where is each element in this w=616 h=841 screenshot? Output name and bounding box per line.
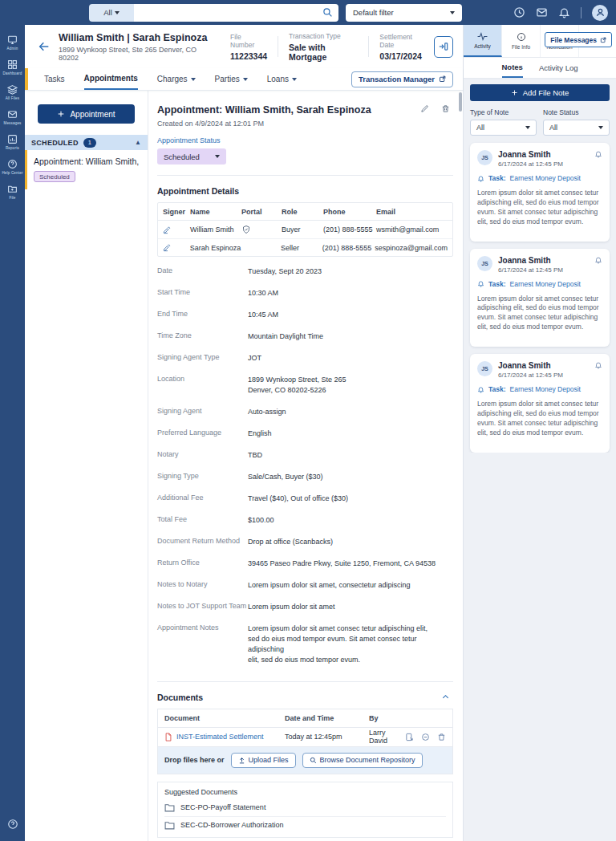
field-row: Signing TypeSale/Cash, Buyer ($30) [157,465,453,487]
mail-icon[interactable] [536,6,548,18]
sidebar-item-reports[interactable]: Reports [6,134,19,150]
notifications-bell-icon[interactable] [558,6,570,18]
field-value: Lorem ipsum dolor sit amet, consectetur … [248,580,411,591]
tab-activity[interactable]: Activity [464,25,502,57]
field-value: 11223344 [230,51,267,61]
note-status-dropdown[interactable]: All [543,120,610,136]
sidebar-item-file[interactable]: File [7,184,18,200]
external-link-icon [439,75,446,83]
subtab-notes[interactable]: Notes [502,58,523,78]
scrollbar-thumb[interactable] [459,92,462,112]
avatar: JS [477,361,492,376]
sidebar-item-label: Messages [3,121,21,125]
tab-label: Activity [474,43,491,49]
suggested-documents: Suggested Documents SEC-PO-Payoff Statem… [157,782,453,838]
search-icon[interactable] [322,7,333,18]
task-bell-icon [477,280,484,287]
help-icon[interactable] [7,819,18,830]
column-header: Role [282,208,323,216]
note-body: Lorem ipsum dolor sit amet consec tetur … [477,295,602,333]
sidebar-item-all-files[interactable]: All Files [6,84,20,100]
signer-role: Seller [281,244,322,252]
document-datetime: Today at 12:45pm [285,733,369,741]
note-task-link[interactable]: Task: Earnest Money Deposit [477,280,602,288]
signature-pen-icon[interactable] [163,243,190,252]
scheduled-group-header[interactable]: SCHEDULED 1 ▲ [25,135,148,150]
type-of-note-dropdown[interactable]: All [470,120,537,136]
delete-trash-icon[interactable] [437,733,446,741]
sidebar-item-messages[interactable]: Messages [3,109,21,125]
tab-appointments[interactable]: Appointments [84,68,138,90]
appointment-list-item[interactable]: Appointment: William Smith, Sar... Sched… [25,150,148,189]
tab-label: Appointments [84,74,138,83]
tab-parties[interactable]: Parties [215,68,248,90]
tab-file-info[interactable]: File Info [502,25,541,57]
collapse-panel-button[interactable] [434,36,453,58]
chevron-down-icon [191,78,196,81]
tab-tasks[interactable]: Tasks [44,68,65,90]
delete-trash-icon[interactable] [441,104,450,113]
document-preview-icon[interactable] [405,733,414,741]
document-link[interactable]: INST-Estimated Settlement [176,733,264,741]
global-search: All [89,4,338,22]
chevron-up-icon[interactable] [441,693,453,701]
button-label: Upload Files [249,756,289,764]
transaction-manager-button[interactable]: Transaction Manager [351,71,453,87]
note-timestamp: 6/17/2024 at 12:45 PM [498,266,563,274]
tab-loans[interactable]: Loans [267,68,297,90]
reminder-bell-icon[interactable] [594,256,602,264]
divider [157,681,453,682]
file-number-field: File Number 11223344 [230,33,278,61]
question-circle-icon [7,159,18,169]
back-arrow-icon[interactable] [38,40,51,53]
field-value: Sale/Cash, Buyer ($30) [248,472,323,482]
search-scope-dropdown[interactable]: All [89,4,134,22]
button-label: Appointment [70,110,115,119]
field-row: Time ZoneMountain Daylight Time [157,325,453,347]
tab-charges[interactable]: Charges [157,68,196,90]
file-dropzone[interactable]: Drop files here or Upload Files Browse D… [158,746,452,774]
reminder-bell-icon[interactable] [594,361,602,369]
sidebar-item-label: Reports [6,146,19,150]
dropdown-value: All [476,124,484,132]
edit-pencil-icon[interactable] [420,104,429,113]
note-task-link[interactable]: Task: Earnest Money Deposit [477,174,602,182]
shield-check-icon [241,225,282,234]
suggested-document-item[interactable]: SEC-PO-Payoff Statement [164,799,446,816]
upload-files-button[interactable]: Upload Files [231,753,296,768]
remove-circle-icon[interactable] [421,733,430,741]
search-input[interactable] [134,4,338,22]
history-icon[interactable] [513,6,525,18]
field-value: Lorem ipsum dolor sit amet consec tetur … [248,624,453,665]
sidebar-item-dashboard[interactable]: Dashboard [3,59,22,75]
user-avatar[interactable] [592,5,608,21]
field-label: Settlement Date [379,33,424,49]
dropzone-text: Drop files here or [164,756,225,764]
field-row: Signing AgentAuto-assign [157,400,453,422]
add-appointment-button[interactable]: Appointment [38,104,135,124]
field-label: Document Return Method [157,537,248,547]
column-header: Phone [323,208,376,216]
filter-dropdown[interactable]: Default filter [346,4,462,22]
add-file-note-button[interactable]: Add File Note [470,84,610,101]
signer-phone: (201) 888-5555 [322,244,375,252]
column-header: Signer [163,208,190,216]
column-header: Name [190,208,241,216]
sidebar-item-admin[interactable]: Admin [7,35,18,51]
signer-role: Buyer [282,225,323,234]
suggested-document-item[interactable]: SEC-CD-Borrower Authorization [164,816,446,834]
chevron-down-icon [598,126,603,129]
signature-pen-icon[interactable] [163,225,190,234]
note-timestamp: 6/17/2024 at 12:45 PM [498,160,563,168]
browse-repository-button[interactable]: Browse Document Repository [302,753,423,768]
note-task-link[interactable]: Task: Earnest Money Deposit [477,385,602,393]
reminder-bell-icon[interactable] [594,150,602,158]
suggested-document-name: SEC-PO-Payoff Statement [180,803,265,811]
signer-phone: (201) 888-5555 [323,225,376,234]
signer-email: wsmith@gmail.com [376,225,448,234]
appointment-status-dropdown[interactable]: Scheduled [157,148,226,165]
chevron-down-icon [450,11,455,14]
file-messages-button[interactable]: File Messages [545,32,612,47]
subtab-activity-log[interactable]: Activity Log [539,58,578,78]
sidebar-item-help-center[interactable]: Help Center [2,159,22,175]
